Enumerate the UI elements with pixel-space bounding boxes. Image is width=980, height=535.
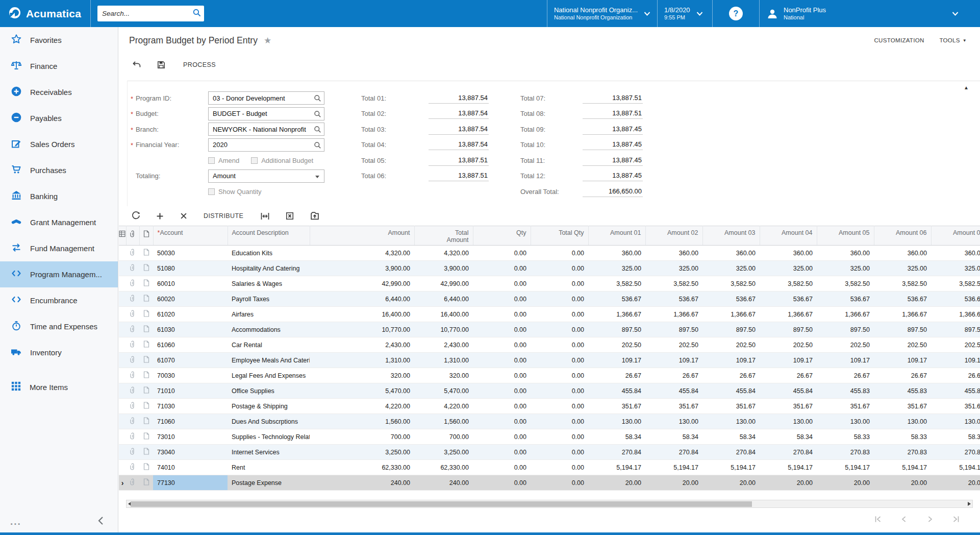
sidebar-item-program-managem[interactable]: Program Managem... xyxy=(0,261,118,287)
cell-description[interactable]: Office Supplies xyxy=(228,383,310,399)
table-row[interactable]: 74010Rent62,330.0062,330.000.000.005,194… xyxy=(119,460,980,475)
cell-amount-06[interactable]: 325.00 xyxy=(874,261,931,276)
cell-account[interactable]: 70030 xyxy=(153,368,228,383)
cell-total-qty[interactable]: 0.00 xyxy=(531,460,588,475)
note-icon[interactable] xyxy=(139,307,153,322)
lookup-icon[interactable] xyxy=(314,141,321,151)
cell-account[interactable]: 71030 xyxy=(153,399,228,414)
sidebar-item-finance[interactable]: Finance xyxy=(0,53,118,79)
note-icon[interactable] xyxy=(139,276,153,291)
cell-qty[interactable]: 0.00 xyxy=(473,475,531,491)
column-header-amount-05[interactable]: Amount 05 xyxy=(817,226,874,246)
cell-amount-05[interactable]: 270.83 xyxy=(817,445,874,460)
note-icon[interactable] xyxy=(139,291,153,307)
cell-amount-03[interactable]: 536.67 xyxy=(702,291,760,307)
cell-amount-07[interactable]: 455.83 xyxy=(931,383,980,399)
help-button[interactable]: ? xyxy=(712,0,759,27)
distribute-button[interactable]: DISTRIBUTE xyxy=(204,212,243,220)
column-header-amount-07[interactable]: Amount 07 xyxy=(931,226,980,246)
table-row[interactable]: 71010Office Supplies5,470.005,470.000.00… xyxy=(119,383,980,399)
table-row[interactable]: 61030Accommodations10,770.0010,770.000.0… xyxy=(119,322,980,337)
cell-description[interactable]: Employee Meals And Catering xyxy=(228,353,310,368)
paperclip-icon[interactable] xyxy=(126,353,139,368)
paperclip-icon[interactable] xyxy=(126,322,139,337)
cell-amount-01[interactable]: 360.00 xyxy=(588,246,645,261)
cell-amount-04[interactable]: 360.00 xyxy=(760,246,817,261)
cell-qty[interactable]: 0.00 xyxy=(473,246,531,261)
cell-amount[interactable]: 2,430.00 xyxy=(310,337,414,353)
cell-qty[interactable]: 0.00 xyxy=(473,368,531,383)
cell-amount[interactable]: 10,770.00 xyxy=(310,322,414,337)
cell-amount-02[interactable]: 270.84 xyxy=(645,445,702,460)
cell-qty[interactable]: 0.00 xyxy=(473,414,531,429)
program-id-lookup[interactable]: 03 - Donor Development xyxy=(208,91,324,105)
cell-qty[interactable]: 0.00 xyxy=(473,399,531,414)
cell-total-amount[interactable]: 2,430.00 xyxy=(414,337,473,353)
cell-amount-03[interactable]: 109.17 xyxy=(702,353,760,368)
paperclip-icon[interactable] xyxy=(126,368,139,383)
cell-total-amount[interactable]: 42,990.00 xyxy=(414,276,473,291)
cell-amount-01[interactable]: 1,366.67 xyxy=(588,307,645,322)
cell-qty[interactable]: 0.00 xyxy=(473,322,531,337)
cell-qty[interactable]: 0.00 xyxy=(473,445,531,460)
show-quantity-checkbox[interactable] xyxy=(208,188,215,195)
cell-amount-04[interactable]: 897.50 xyxy=(760,322,817,337)
cell-amount-02[interactable]: 202.50 xyxy=(645,337,702,353)
cell-account[interactable]: 61030 xyxy=(153,322,228,337)
cell-description[interactable]: Internet Services xyxy=(228,445,310,460)
note-icon[interactable] xyxy=(139,337,153,353)
cell-amount-01[interactable]: 58.34 xyxy=(588,429,645,445)
collapse-sidebar-icon[interactable] xyxy=(97,516,104,527)
cell-amount-02[interactable]: 897.50 xyxy=(645,322,702,337)
cell-amount-06[interactable]: 1,366.67 xyxy=(874,307,931,322)
user-menu[interactable]: NonProfit Plus National xyxy=(759,0,980,27)
sidebar-item-time-and-expenses[interactable]: Time and Expenses xyxy=(0,313,118,339)
cell-account[interactable]: 50030 xyxy=(153,246,228,261)
table-row[interactable]: 61020Airfares16,400.0016,400.000.000.001… xyxy=(119,307,980,322)
add-row-button[interactable] xyxy=(155,211,165,221)
cell-description[interactable]: Rent xyxy=(228,460,310,475)
cell-total-qty[interactable]: 0.00 xyxy=(531,276,588,291)
cell-amount-07[interactable]: 130.00 xyxy=(931,414,980,429)
more-menu-icon[interactable]: ... xyxy=(10,519,21,524)
cell-amount[interactable]: 4,220.00 xyxy=(310,399,414,414)
cell-amount[interactable]: 1,560.00 xyxy=(310,414,414,429)
cell-amount-06[interactable]: 5,194.17 xyxy=(874,460,931,475)
cell-description[interactable]: Airfares xyxy=(228,307,310,322)
cell-amount-02[interactable]: 109.17 xyxy=(645,353,702,368)
paperclip-icon[interactable] xyxy=(126,414,139,429)
cell-total-qty[interactable]: 0.00 xyxy=(531,399,588,414)
grid-settings-icon[interactable] xyxy=(119,226,126,246)
cell-description[interactable]: Postage Expense xyxy=(228,475,310,491)
paperclip-icon[interactable] xyxy=(126,460,139,475)
cell-amount[interactable]: 5,470.00 xyxy=(310,383,414,399)
cell-amount[interactable]: 42,990.00 xyxy=(310,276,414,291)
cell-total-amount[interactable]: 62,330.00 xyxy=(414,460,473,475)
paperclip-icon[interactable] xyxy=(126,475,139,491)
scrollbar-thumb[interactable] xyxy=(131,501,752,507)
sidebar-item-favorites[interactable]: Favorites xyxy=(0,27,118,53)
table-row[interactable]: 61070Employee Meals And Catering1,310.00… xyxy=(119,353,980,368)
table-row[interactable]: 73010Supplies - Technology Related700.00… xyxy=(119,429,980,445)
cell-total-amount[interactable]: 1,310.00 xyxy=(414,353,473,368)
cell-amount-03[interactable]: 58.34 xyxy=(702,429,760,445)
cell-amount-02[interactable]: 5,194.17 xyxy=(645,460,702,475)
cell-total-qty[interactable]: 0.00 xyxy=(531,261,588,276)
cell-amount-04[interactable]: 325.00 xyxy=(760,261,817,276)
cell-amount-05[interactable]: 351.67 xyxy=(817,399,874,414)
sidebar-item-payables[interactable]: Payables xyxy=(0,105,118,131)
cell-amount[interactable]: 700.00 xyxy=(310,429,414,445)
cell-account[interactable]: 61020 xyxy=(153,307,228,322)
cell-total-qty[interactable]: 0.00 xyxy=(531,445,588,460)
next-page-button[interactable] xyxy=(925,515,935,524)
note-icon[interactable] xyxy=(139,445,153,460)
table-row[interactable]: ›77130Postage Expense240.00240.000.000.0… xyxy=(119,475,980,491)
cell-amount[interactable]: 1,310.00 xyxy=(310,353,414,368)
cell-amount-06[interactable]: 351.67 xyxy=(874,399,931,414)
table-row[interactable]: 71030Postage & Shipping4,220.004,220.000… xyxy=(119,399,980,414)
scroll-right-icon[interactable] xyxy=(968,502,971,506)
column-header-amount[interactable]: Amount xyxy=(310,226,414,246)
column-header-amount-06[interactable]: Amount 06 xyxy=(874,226,931,246)
cell-description[interactable]: Dues And Subscrptions xyxy=(228,414,310,429)
cell-qty[interactable]: 0.00 xyxy=(473,460,531,475)
